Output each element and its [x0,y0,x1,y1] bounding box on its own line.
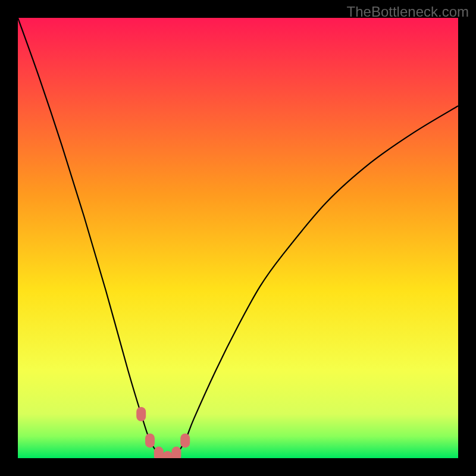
valley-pill [145,433,155,447]
valley-pill [163,451,173,458]
curve-path [18,18,458,458]
valley-pill [180,433,190,447]
valley-pill [171,447,181,458]
bottleneck-curve-svg [18,18,458,458]
optimal-zone-pills [136,407,190,458]
bottleneck-chart [18,18,458,458]
valley-pill [136,407,146,421]
valley-pill [154,447,164,458]
